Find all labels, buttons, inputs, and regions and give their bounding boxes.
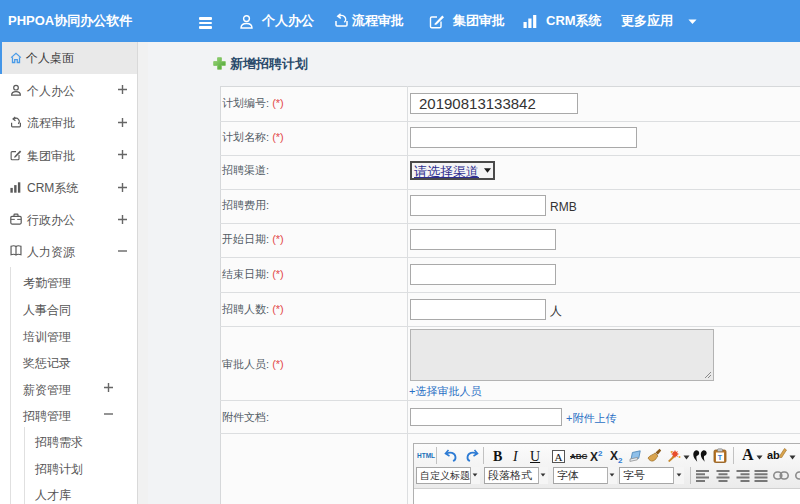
svg-text:T: T [718,454,723,461]
